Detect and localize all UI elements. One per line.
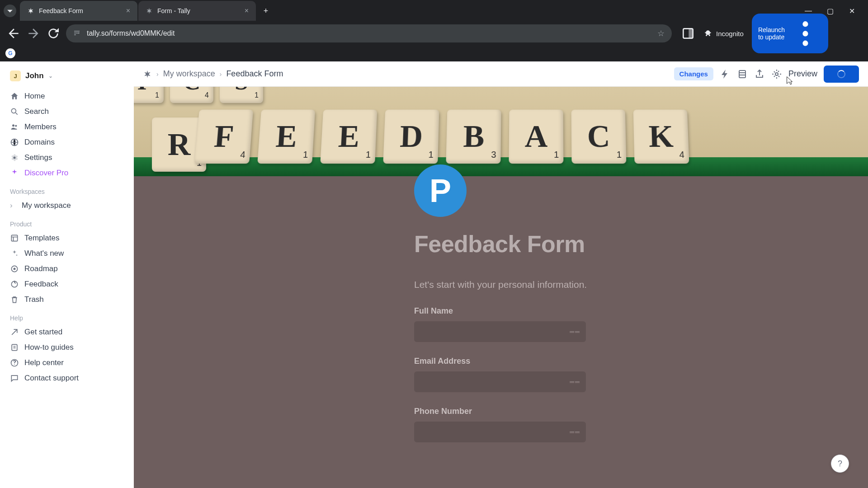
form-description[interactable]: Let's start with your personal informati…: [414, 279, 868, 290]
chevron-down-icon: [4, 5, 16, 17]
sidebar-item-contact[interactable]: Contact support: [6, 371, 127, 386]
sidebar-item-label: Discover Pro: [24, 169, 68, 178]
logo-letter: P: [429, 172, 451, 209]
site-info-icon[interactable]: [73, 29, 80, 38]
drag-handle-icon[interactable]: ══: [570, 378, 580, 385]
sidebar-item-get-started[interactable]: Get started: [6, 324, 127, 340]
bookmark-button[interactable]: ☆: [657, 28, 665, 38]
share-button[interactable]: [754, 69, 765, 80]
user-name: John: [25, 71, 44, 80]
sidebar-item-label: Get started: [24, 328, 62, 337]
drag-handle-icon[interactable]: ══: [570, 328, 580, 335]
incognito-label: Incognito: [716, 30, 744, 38]
scrabble-tile: E1: [320, 110, 377, 164]
help-fab-button[interactable]: ?: [831, 455, 849, 473]
scrabble-tile: B3: [446, 110, 501, 164]
publish-button[interactable]: [824, 66, 859, 83]
form-field[interactable]: Email Address ══: [414, 357, 868, 392]
sidebar-item-settings[interactable]: Settings: [6, 150, 127, 165]
form-field[interactable]: Phone Number ══: [414, 407, 868, 442]
tally-logo-icon[interactable]: [143, 70, 152, 79]
asterisk-icon: [27, 7, 34, 14]
google-bookmark[interactable]: G: [5, 48, 15, 58]
svg-point-3: [803, 31, 808, 36]
form-field[interactable]: Full Name ══: [414, 306, 868, 342]
sidebar-item-discover-pro[interactable]: Discover Pro: [6, 165, 127, 181]
sidebar-item-members[interactable]: Members: [6, 119, 127, 135]
drag-handle-icon[interactable]: ══: [570, 428, 580, 436]
roadmap-icon: [10, 264, 19, 273]
tab-close-button[interactable]: ×: [245, 7, 249, 15]
workspace-label: My workspace: [22, 201, 71, 210]
sidebar-item-help-center[interactable]: Help center: [6, 355, 127, 371]
svg-point-4: [803, 40, 808, 46]
chevron-right-icon: ›: [220, 70, 222, 78]
chevron-down-icon: ⌄: [48, 73, 53, 79]
loading-spinner-icon: [837, 70, 845, 78]
sidebar-item-label: Home: [24, 92, 45, 101]
field-label: Email Address: [414, 357, 868, 366]
forward-button[interactable]: [26, 26, 41, 41]
svg-point-5: [11, 108, 16, 113]
preview-label: Preview: [788, 69, 817, 78]
guides-icon: [10, 343, 19, 352]
sidebar-item-templates[interactable]: Templates: [6, 230, 127, 246]
browser-tab[interactable]: Form - Tally ×: [138, 1, 256, 21]
tab-favicon: [27, 7, 34, 14]
field-label: Phone Number: [414, 407, 868, 416]
templates-icon: [10, 234, 19, 243]
email-input[interactable]: ══: [414, 371, 586, 392]
trash-icon: [10, 295, 19, 304]
breadcrumb-form[interactable]: Feedback Form: [226, 69, 283, 79]
tab-search-button[interactable]: [4, 5, 16, 17]
phone-input[interactable]: ══: [414, 422, 586, 442]
cover-image[interactable]: I1 C4 S1 R1 F4 E1 E1 D1 B3 A1 C1 K4: [134, 87, 868, 176]
settings-button[interactable]: [771, 69, 782, 80]
asterisk-icon: [146, 7, 153, 14]
scrabble-tile: A1: [509, 110, 563, 164]
feedback-icon: [10, 280, 19, 289]
scrabble-tile: C4: [170, 87, 213, 103]
address-bar[interactable]: tally.so/forms/wd0MMK/edit ☆: [66, 24, 672, 42]
form-settings-button[interactable]: [737, 69, 748, 80]
form-title[interactable]: Feedback Form: [414, 230, 868, 258]
sidebar-item-guides[interactable]: How-to guides: [6, 340, 127, 355]
sidebar-item-roadmap[interactable]: Roadmap: [6, 261, 127, 277]
incognito-indicator[interactable]: Incognito: [703, 29, 744, 38]
members-icon: [10, 122, 19, 131]
back-button[interactable]: [6, 26, 21, 41]
form-logo[interactable]: P: [414, 164, 467, 217]
svg-rect-16: [739, 70, 745, 78]
svg-point-6: [12, 124, 14, 127]
sidebar-item-search[interactable]: Search: [6, 104, 127, 119]
sidebar-item-domains[interactable]: Domains: [6, 135, 127, 150]
panel-icon: [681, 26, 695, 41]
reload-button[interactable]: [46, 26, 61, 41]
full-name-input[interactable]: ══: [414, 321, 586, 342]
help-fab-label: ?: [838, 459, 842, 469]
svg-rect-1: [689, 28, 693, 38]
arrow-left-icon: [6, 26, 21, 41]
tab-close-button[interactable]: ×: [126, 7, 130, 15]
new-tab-button[interactable]: +: [259, 5, 272, 17]
gear-icon: [10, 153, 19, 162]
workspace-item[interactable]: › My workspace: [6, 198, 127, 213]
browser-tab-active[interactable]: Feedback Form ×: [20, 1, 137, 21]
sidebar-item-whats-new[interactable]: What's new: [6, 246, 127, 261]
breadcrumb-workspace[interactable]: My workspace: [163, 69, 215, 79]
user-menu[interactable]: J John ⌄: [6, 68, 127, 84]
preview-button[interactable]: Preview: [788, 69, 817, 79]
close-window-button[interactable]: ✕: [846, 7, 857, 15]
sidebar-item-trash[interactable]: Trash: [6, 292, 127, 307]
sidebar-item-feedback[interactable]: Feedback: [6, 277, 127, 292]
help-icon: [10, 358, 19, 367]
sidebar-item-home[interactable]: Home: [6, 89, 127, 104]
chat-icon: [10, 374, 19, 383]
relaunch-button[interactable]: Relaunch to update: [752, 14, 828, 54]
panel-button[interactable]: [681, 26, 695, 41]
bolt-icon: [720, 69, 731, 80]
changes-button[interactable]: Changes: [674, 67, 713, 80]
incognito-icon: [703, 29, 712, 38]
svg-point-12: [14, 268, 16, 270]
integrations-button[interactable]: [720, 69, 731, 80]
